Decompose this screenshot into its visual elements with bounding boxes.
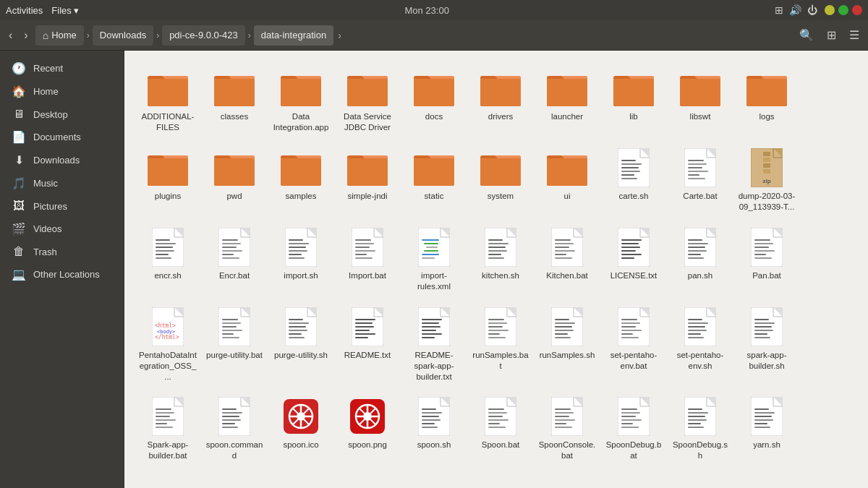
file-item-kitchen-bat[interactable]: Kitchen.bat xyxy=(535,221,599,298)
file-item-data-integration-app[interactable]: Data Integration.app xyxy=(269,62,333,139)
file-item-pan-sh[interactable]: pan.sh xyxy=(668,221,732,298)
file-item-pan-bat[interactable]: Pan.bat xyxy=(735,221,799,298)
breadcrumb-downloads[interactable]: Downloads xyxy=(93,25,153,46)
svg-rect-307 xyxy=(688,423,701,424)
back-button[interactable]: ‹ xyxy=(4,26,17,45)
file-item-plugins[interactable]: plugins xyxy=(136,142,200,218)
sidebar-item-pictures[interactable]: 🖼 Pictures xyxy=(3,195,121,217)
file-item-spoon-sh[interactable]: spoon.sh xyxy=(402,390,466,467)
view-toggle-button[interactable]: ⊞ xyxy=(822,25,841,45)
breadcrumb-data-integration[interactable]: data-integration xyxy=(254,25,333,46)
svg-rect-289 xyxy=(555,416,569,417)
file-item-drivers[interactable]: drivers xyxy=(469,62,532,139)
network-icon[interactable]: ⊞ xyxy=(775,4,783,16)
sidebar-item-other-locations[interactable]: 💻 Other Locations xyxy=(3,263,121,286)
forward-button[interactable]: › xyxy=(20,26,32,45)
file-item-libswt[interactable]: libswt xyxy=(668,62,732,139)
file-item-spoon-debug-sh[interactable]: SpoonDebug.sh xyxy=(668,390,732,467)
file-item-spoon-debug-bat[interactable]: SpoonDebug.bat xyxy=(602,390,665,467)
file-item-static[interactable]: static xyxy=(402,142,466,218)
file-icon-import-sh xyxy=(281,227,321,267)
file-item-set-pentaho-env-bat[interactable]: set-pentaho-env.bat xyxy=(602,301,665,388)
file-item-classes[interactable]: classes xyxy=(203,62,266,139)
volume-icon[interactable]: 🔊 xyxy=(789,4,801,16)
sidebar-item-downloads[interactable]: ⬇ Downloads xyxy=(3,149,121,171)
sidebar-item-recent[interactable]: 🕐 Recent xyxy=(3,57,121,80)
file-item-spoon-bat[interactable]: Spoon.bat xyxy=(469,390,532,467)
file-item-run-samples-sh[interactable]: runSamples.sh xyxy=(535,301,599,388)
sidebar-item-videos[interactable]: 🎬 Videos xyxy=(3,218,121,240)
file-item-carte-bat[interactable]: Carte.bat xyxy=(668,142,732,218)
recent-icon: 🕐 xyxy=(12,61,26,75)
svg-rect-186 xyxy=(422,322,439,324)
file-item-import-bat[interactable]: Import.bat xyxy=(336,221,399,298)
file-item-pentaho-data-integration[interactable]: <html> <body> </html> PentahoDataIntegra… xyxy=(136,301,200,388)
svg-rect-72 xyxy=(763,169,770,174)
file-item-lib[interactable]: lib xyxy=(602,62,665,139)
sidebar-item-documents[interactable]: 📄 Documents xyxy=(3,126,121,148)
file-item-carte-sh[interactable]: carte.sh xyxy=(602,142,665,218)
file-name-import-rules-xml: import-rules.xml xyxy=(405,270,463,292)
file-item-data-service-jdbc[interactable]: Data Service JDBC Driver xyxy=(336,62,399,139)
file-item-logs[interactable]: logs xyxy=(735,62,799,139)
minimize-button[interactable] xyxy=(825,5,835,15)
file-item-readme-spark-builder[interactable]: README-spark-app-builder.txt xyxy=(402,301,466,388)
sidebar-item-home[interactable]: 🏠 Home xyxy=(3,80,121,103)
activities-button[interactable]: Activities xyxy=(6,5,43,16)
svg-rect-190 xyxy=(422,337,435,338)
svg-rect-5 xyxy=(214,79,255,106)
file-item-spark-app-builder-sh[interactable]: spark-app-builder.sh xyxy=(735,301,799,388)
window-controls xyxy=(825,5,862,15)
toolbar-right: 🔍 ⊞ ☰ xyxy=(795,25,864,45)
file-item-samples[interactable]: samples xyxy=(269,142,333,218)
menu-button[interactable]: ☰ xyxy=(845,25,864,45)
file-item-spoon-ico[interactable]: spoon.ico xyxy=(269,390,333,467)
breadcrumb-pdi[interactable]: pdi-ce-9.0.0-423 xyxy=(162,25,245,46)
file-item-ui[interactable]: ui xyxy=(535,142,599,218)
svg-rect-2 xyxy=(148,79,188,106)
pictures-icon: 🖼 xyxy=(12,200,26,213)
file-item-license-txt[interactable]: LICENSE.txt xyxy=(602,221,665,298)
file-item-readme-txt[interactable]: README.txt xyxy=(336,301,399,388)
file-item-run-samples-bat[interactable]: runSamples.bat xyxy=(469,301,532,388)
breadcrumb-home[interactable]: ⌂ Home xyxy=(35,25,84,46)
file-item-kitchen-sh[interactable]: kitchen.sh xyxy=(469,221,532,298)
sidebar-item-trash[interactable]: 🗑 Trash xyxy=(3,241,121,262)
svg-rect-23 xyxy=(613,79,654,106)
power-icon[interactable]: ⏻ xyxy=(807,4,817,16)
file-item-system[interactable]: system xyxy=(469,142,532,218)
search-button[interactable]: 🔍 xyxy=(795,25,818,45)
file-item-yarn-sh[interactable]: yarn.sh xyxy=(735,390,799,467)
file-item-docs[interactable]: docs xyxy=(402,62,466,139)
file-icon-run-samples-bat xyxy=(480,307,521,347)
file-item-spark-app-builder-bat[interactable]: Spark-app-builder.bat xyxy=(136,390,200,467)
file-item-import-sh[interactable]: import.sh xyxy=(269,221,333,298)
svg-rect-162 xyxy=(222,322,241,324)
file-item-import-rules-xml[interactable]: import-rules.xml xyxy=(402,221,466,298)
file-icon-simple-jndi xyxy=(347,147,388,188)
file-item-launcher[interactable]: launcher xyxy=(535,62,599,139)
files-menu-button[interactable]: Files ▾ xyxy=(51,5,79,16)
close-button[interactable] xyxy=(852,5,862,15)
file-item-spoon-command[interactable]: spoon.command xyxy=(203,390,266,467)
svg-rect-315 xyxy=(754,423,767,424)
file-item-purge-utility-bat[interactable]: purge-utility.bat xyxy=(203,301,266,388)
file-item-spoon-png[interactable]: spoon.png xyxy=(336,390,399,467)
sidebar-item-desktop[interactable]: 🖥 Desktop xyxy=(3,103,121,125)
file-item-spoon-console-bat[interactable]: SpoonConsole.bat xyxy=(535,390,599,467)
svg-rect-121 xyxy=(488,257,504,259)
file-item-set-pentaho-env-sh[interactable]: set-pentaho-env.sh xyxy=(668,301,732,388)
maximize-button[interactable] xyxy=(838,5,848,15)
file-item-encr-bat[interactable]: Encr.bat xyxy=(203,221,266,298)
file-item-encr-sh[interactable]: encr.sh xyxy=(136,221,200,298)
svg-rect-58 xyxy=(621,178,637,179)
sidebar-item-music[interactable]: 🎵 Music xyxy=(3,172,121,194)
file-item-dump-zip[interactable]: zip dump-2020-03-09_113939-T... xyxy=(735,142,799,218)
file-icon-logs xyxy=(746,68,787,108)
file-item-pwd[interactable]: pwd xyxy=(203,142,266,218)
svg-rect-296 xyxy=(621,412,640,414)
file-item-purge-utility-sh[interactable]: purge-utility.sh xyxy=(269,301,333,388)
file-item-additional-files[interactable]: ADDITIONAL-FILES xyxy=(136,62,200,139)
file-name-spoon-ico: spoon.ico xyxy=(283,440,318,450)
file-item-simple-jndi[interactable]: simple-jndi xyxy=(336,142,399,218)
